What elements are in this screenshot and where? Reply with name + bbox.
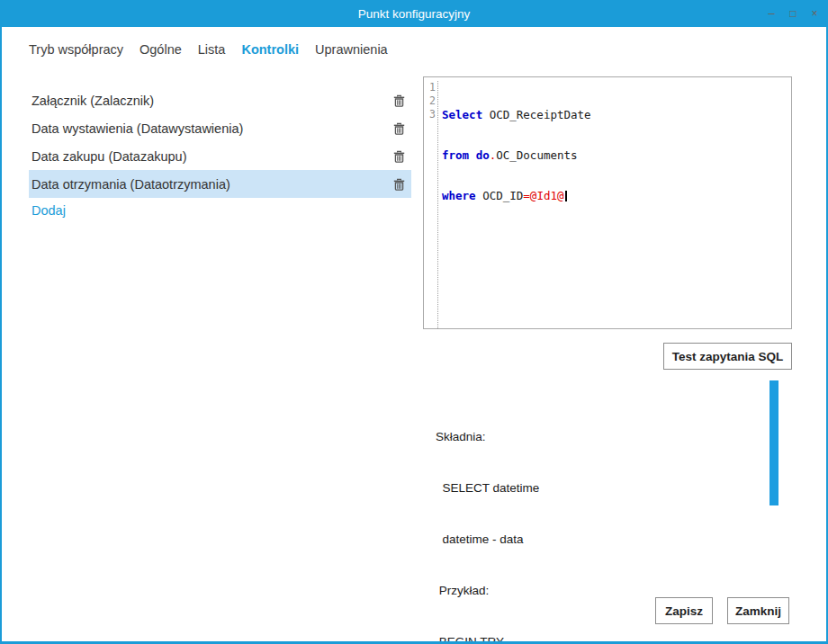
sql-identifier: OCD_ID (476, 189, 524, 202)
scrollbar-thumb[interactable] (770, 380, 778, 505)
list-item-label: Załącznik (Zalacznik) (32, 94, 393, 108)
help-line: Składnia: (436, 428, 760, 445)
trash-icon[interactable] (393, 94, 405, 107)
test-sql-button[interactable]: Test zapytania SQL (663, 343, 792, 370)
dialog-window: Punkt konfiguracyjny – □ × Tryb współpra… (0, 0, 828, 644)
list-item[interactable]: Załącznik (Zalacznik) (29, 86, 411, 114)
tab-uprawnienia[interactable]: Uprawnienia (315, 42, 388, 57)
tab-bar: Tryb współpracy Ogólne Lista Kontrolki U… (29, 42, 388, 57)
sql-keyword: do (476, 148, 490, 162)
sql-identifier: OC_Documents (496, 148, 577, 162)
tab-kontrolki[interactable]: Kontrolki (241, 42, 299, 57)
close-button[interactable]: Zamknij (727, 597, 789, 624)
sql-identifier: OCD_ReceiptDate (482, 108, 590, 121)
list-item-label: Data wystawienia (Datawystawienia) (32, 121, 393, 136)
sql-variable: @Id1@ (530, 189, 564, 202)
sql-editor[interactable]: 1 2 3 Select OCD_ReceiptDate from do.OC_… (423, 76, 792, 329)
line-number: 2 (424, 94, 436, 108)
sql-operator: = (523, 189, 530, 202)
code-line: where OCD_ID=@Id1@ (442, 189, 591, 202)
sql-keyword: where (442, 189, 476, 202)
list-item-label: Data zakupu (Datazakupu) (32, 149, 393, 164)
add-link[interactable]: Dodaj (29, 203, 411, 218)
list-item-label: Data otrzymania (Dataotrzymania) (32, 177, 393, 192)
window-controls: – □ × (765, 0, 821, 27)
trash-icon[interactable] (393, 122, 405, 135)
help-line: SELECT datetime (436, 479, 760, 496)
control-list: Załącznik (Zalacznik) Data wystawienia (… (29, 86, 411, 218)
list-item[interactable]: Data wystawienia (Datawystawienia) (29, 114, 411, 142)
close-icon[interactable]: × (808, 0, 821, 27)
sql-code[interactable]: Select OCD_ReceiptDate from do.OC_Docume… (438, 81, 591, 328)
trash-icon[interactable] (393, 150, 405, 163)
maximize-icon[interactable]: □ (787, 0, 799, 27)
minimize-icon[interactable]: – (765, 0, 778, 27)
line-number: 3 (424, 108, 436, 121)
line-number: 1 (424, 81, 436, 94)
tab-tryb-wspolpracy[interactable]: Tryb współpracy (29, 42, 123, 57)
line-number-gutter: 1 2 3 (424, 81, 438, 328)
tab-lista[interactable]: Lista (198, 42, 226, 57)
list-item-selected[interactable]: Data otrzymania (Dataotrzymania) (29, 170, 411, 198)
trash-icon[interactable] (393, 178, 405, 191)
sql-space (469, 148, 476, 162)
list-item[interactable]: Data zakupu (Datazakupu) (29, 142, 411, 170)
text-cursor (565, 191, 567, 201)
help-line: BEGIN TRY (436, 633, 760, 644)
window-title: Punkt konfiguracyjny (358, 7, 471, 21)
save-button[interactable]: Zapisz (655, 597, 713, 624)
tab-ogolne[interactable]: Ogólne (140, 42, 182, 57)
sql-keyword: from (442, 148, 469, 162)
help-line: datetime - data (436, 531, 760, 548)
code-line: from do.OC_Documents (442, 148, 591, 162)
sql-keyword: Select (442, 108, 482, 121)
title-bar[interactable]: Punkt konfiguracyjny – □ × (0, 0, 828, 27)
code-line: Select OCD_ReceiptDate (442, 108, 591, 121)
